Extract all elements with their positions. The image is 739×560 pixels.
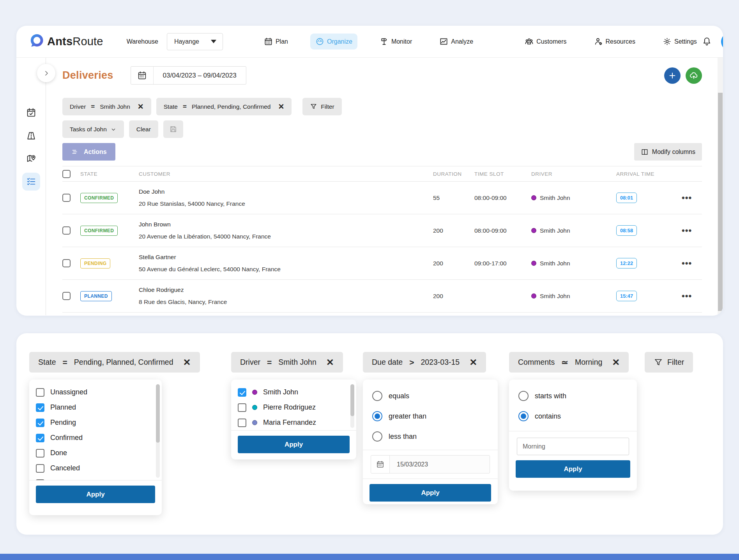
driver-color-dot <box>531 293 536 299</box>
bell-icon <box>702 37 712 46</box>
add-delivery-button[interactable] <box>664 67 681 84</box>
state-option[interactable]: Done <box>36 445 152 461</box>
customer-name: John Brown <box>139 221 433 228</box>
nav-analyze[interactable]: Analyze <box>434 34 478 49</box>
customer-address: 20 Avenue de la Libération, 54000 Nancy,… <box>139 233 433 240</box>
checkbox-unchecked[interactable] <box>36 479 44 481</box>
radio-selected[interactable] <box>372 411 382 421</box>
filter-button[interactable]: Filter <box>302 98 341 115</box>
customer-address: 20 Rue Stanislas, 54000 Nancy, France <box>139 200 433 207</box>
table-row[interactable]: PENDING Stella Gartner50 Avenue du Génér… <box>62 247 702 280</box>
rail-task-list-button[interactable] <box>22 173 40 191</box>
comments-text-input[interactable] <box>517 438 629 455</box>
task-list-icon <box>26 176 37 187</box>
comments-option[interactable]: starts with <box>518 386 628 406</box>
chip-remove-icon[interactable]: ✕ <box>278 103 284 110</box>
customer-name: Stella Gartner <box>139 254 433 261</box>
chip-remove-icon[interactable]: ✕ <box>469 358 477 367</box>
date-range-picker[interactable]: 03/04/2023 – 09/04/2023 <box>131 66 246 85</box>
modify-columns-button[interactable]: Modify columns <box>634 143 702 161</box>
select-all-checkbox[interactable] <box>62 170 71 178</box>
checkbox-unchecked[interactable] <box>238 419 246 427</box>
chip-remove-icon[interactable]: ✕ <box>138 103 144 110</box>
list-scrollbar[interactable] <box>156 384 160 478</box>
checkbox-unchecked[interactable] <box>36 449 44 458</box>
row-checkbox[interactable] <box>62 194 71 202</box>
checkbox-checked[interactable] <box>36 403 44 412</box>
rail-calendar-check-button[interactable] <box>22 104 40 122</box>
checkbox-unchecked[interactable] <box>36 464 44 473</box>
checkbox-checked[interactable] <box>238 388 246 397</box>
save-view-button[interactable] <box>163 120 183 138</box>
due-date-option[interactable]: greater than <box>372 406 488 426</box>
driver-option[interactable]: Maria Fernandez <box>238 415 346 430</box>
main-nav: Plan Organize Monitor Analyze Customers … <box>259 34 702 49</box>
state-option[interactable]: Confirmed <box>36 430 152 445</box>
due-date-option[interactable]: less than <box>372 426 488 447</box>
radio-unselected[interactable] <box>372 391 382 401</box>
state-option[interactable]: Unassigned <box>36 385 152 400</box>
checkbox-unchecked[interactable] <box>36 388 44 397</box>
driver-color-dot <box>531 195 536 200</box>
filter-chip-comments: Comments ≃ Morning ✕ <box>509 352 629 373</box>
antsroute-logo[interactable]: AntsRoute <box>30 34 103 49</box>
radio-selected[interactable] <box>518 411 529 421</box>
radio-unselected[interactable] <box>372 431 382 442</box>
warehouse-select[interactable]: Hayange <box>167 33 223 50</box>
collapse-panel-button[interactable] <box>37 64 55 82</box>
list-scrollbar[interactable] <box>350 384 354 428</box>
driver-option[interactable]: Smith John <box>238 385 346 400</box>
avatar[interactable]: CJ <box>721 33 723 51</box>
scrollbar-thumb[interactable] <box>156 384 160 443</box>
rail-road-button[interactable] <box>22 127 40 145</box>
apply-button[interactable]: Apply <box>370 484 491 502</box>
equals-operator: = <box>63 358 67 367</box>
vertical-scrollbar[interactable] <box>718 58 723 315</box>
clear-filters-button[interactable]: Clear <box>129 120 158 138</box>
checkbox-unchecked[interactable] <box>238 403 246 412</box>
driver-option[interactable]: Pierre Rodriguez <box>238 400 346 415</box>
state-option[interactable]: Canceled <box>36 461 152 476</box>
state-option[interactable]: Deleted <box>36 476 152 480</box>
table-row[interactable]: PLANNED Chloe Rodriguez8 Rue des Glacis,… <box>62 280 702 313</box>
checkbox-checked[interactable] <box>36 434 44 442</box>
due-date-input[interactable]: 15/03/2023 <box>371 455 490 473</box>
apply-button[interactable]: Apply <box>36 486 155 503</box>
chip-remove-icon[interactable]: ✕ <box>612 358 620 367</box>
filter-button[interactable]: Filter <box>645 352 693 373</box>
radio-unselected[interactable] <box>518 391 529 401</box>
import-upload-button[interactable] <box>686 67 702 84</box>
checkbox-checked[interactable] <box>36 419 44 427</box>
apply-button[interactable]: Apply <box>238 436 350 453</box>
rail-map-button[interactable] <box>22 150 40 168</box>
apply-button[interactable]: Apply <box>516 460 630 478</box>
row-checkbox[interactable] <box>62 259 71 267</box>
scrollbar-thumb[interactable] <box>350 384 354 416</box>
chip-remove-icon[interactable]: ✕ <box>326 358 334 367</box>
due-date-value: 15/03/2023 <box>390 456 435 473</box>
scrollbar-thumb[interactable] <box>718 93 723 311</box>
chip-remove-icon[interactable]: ✕ <box>183 358 191 367</box>
table-header-row: STATE CUSTOMER DURATION TIME SLOT DRIVER… <box>62 166 702 182</box>
nav-resources[interactable]: Resources <box>589 34 640 49</box>
actions-button[interactable]: Actions <box>62 143 115 161</box>
nav-plan[interactable]: Plan <box>259 34 293 49</box>
nav-organize[interactable]: Organize <box>310 34 357 49</box>
due-date-option[interactable]: equals <box>372 386 488 406</box>
row-checkbox[interactable] <box>62 226 71 235</box>
state-option[interactable]: Pending <box>36 415 152 430</box>
row-checkbox[interactable] <box>62 292 71 300</box>
road-icon <box>26 130 37 141</box>
notifications-button[interactable] <box>702 37 712 46</box>
nav-customers[interactable]: Customers <box>520 34 571 49</box>
customer-address: 50 Avenue du Général Leclerc, 54000 Nanc… <box>139 266 433 273</box>
nav-settings[interactable]: Settings <box>658 34 702 49</box>
nav-monitor[interactable]: Monitor <box>375 34 417 49</box>
columns-icon <box>641 148 649 156</box>
approx-operator: ≃ <box>561 358 568 367</box>
table-row[interactable]: CONFIRMED Doe John20 Rue Stanislas, 5400… <box>62 182 702 214</box>
state-option[interactable]: Planned <box>36 400 152 415</box>
table-row[interactable]: CONFIRMED John Brown20 Avenue de la Libé… <box>62 214 702 247</box>
comments-option[interactable]: contains <box>518 406 628 426</box>
saved-view-dropdown[interactable]: Tasks of John <box>62 120 124 138</box>
